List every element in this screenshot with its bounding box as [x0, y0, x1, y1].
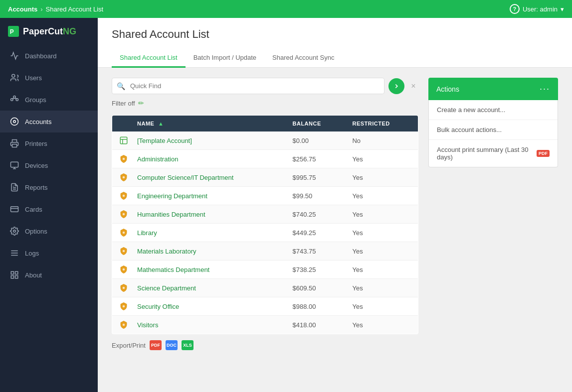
row-name[interactable]: Library	[130, 224, 286, 242]
row-name[interactable]: Visitors	[130, 316, 286, 334]
account-name-link[interactable]: Library	[137, 229, 157, 237]
user-dropdown-icon[interactable]: ▾	[561, 5, 564, 13]
sidebar-item-devices[interactable]: Devices	[0, 154, 98, 176]
table-row: Engineering Department$99.50Yes	[112, 187, 418, 205]
breadcrumb-accounts[interactable]: Accounts	[8, 5, 37, 13]
row-name[interactable]: Engineering Department	[130, 187, 286, 205]
table-row: Library$449.25Yes	[112, 224, 418, 242]
svg-point-8	[11, 118, 18, 126]
sidebar-item-about[interactable]: About	[0, 264, 98, 286]
shield-icon	[119, 228, 128, 237]
search-input[interactable]	[112, 78, 384, 94]
search-bar: 🔍 ×	[112, 78, 418, 94]
sidebar-item-groups[interactable]: Groups	[0, 89, 98, 111]
row-restricted: Yes	[345, 150, 418, 168]
sidebar-label-users: Users	[25, 74, 42, 82]
svg-point-29	[123, 158, 125, 160]
account-name-link[interactable]: Mathematics Department	[137, 266, 209, 273]
sidebar-item-cards[interactable]: Cards	[0, 198, 98, 220]
row-name[interactable]: Humanities Department	[130, 205, 286, 224]
export-row: Export/Print PDF DOC XLS	[112, 340, 418, 350]
accounts-icon	[10, 117, 19, 126]
sidebar-label-dashboard: Dashboard	[25, 52, 57, 60]
svg-rect-16	[11, 207, 18, 212]
shield-icon	[119, 210, 128, 219]
filter-edit-icon[interactable]: ✏	[138, 99, 144, 107]
tabs: Shared Account List Batch Import / Updat…	[112, 49, 558, 67]
sidebar-label-logs: Logs	[25, 250, 39, 257]
row-restricted: Yes	[345, 261, 418, 279]
row-balance: $995.75	[286, 168, 346, 187]
svg-point-33	[123, 232, 125, 234]
tab-shared-account-sync[interactable]: Shared Account Sync	[264, 49, 342, 68]
actions-more-button[interactable]: ···	[540, 84, 550, 94]
col-balance: BALANCE	[286, 116, 346, 132]
sidebar-item-options[interactable]: Options	[0, 220, 98, 242]
sidebar-item-dashboard[interactable]: Dashboard	[0, 45, 98, 67]
actions-panel: Actions ··· Create a new account... Bulk…	[428, 78, 558, 382]
actions-title: Actions	[436, 85, 459, 93]
shield-icon	[119, 320, 128, 329]
table-row: Computer Science/IT Department$995.75Yes	[112, 168, 418, 187]
sidebar-label-accounts: Accounts	[25, 118, 51, 126]
svg-rect-10	[12, 144, 17, 147]
account-name-link[interactable]: Administration	[137, 155, 178, 163]
account-name-link[interactable]: Engineering Department	[137, 192, 207, 200]
row-name[interactable]: Security Office	[130, 297, 286, 316]
sidebar-label-devices: Devices	[25, 162, 48, 169]
export-label: Export/Print	[112, 342, 146, 349]
shield-icon	[119, 191, 128, 200]
search-submit-button[interactable]	[388, 78, 404, 94]
export-doc-button[interactable]: DOC	[166, 340, 178, 350]
user-menu[interactable]: ? User: admin ▾	[510, 4, 564, 14]
account-name-link[interactable]: Humanities Department	[137, 211, 205, 218]
help-button[interactable]: ?	[510, 4, 520, 14]
action-print-summary[interactable]: Account print summary (Last 30 days) PDF	[429, 140, 558, 167]
svg-point-38	[123, 324, 125, 326]
logs-icon	[10, 249, 19, 258]
cards-icon	[10, 205, 19, 214]
breadcrumb-current: Shared Account List	[46, 5, 104, 13]
sidebar-item-reports[interactable]: Reports	[0, 176, 98, 198]
main-content-panel: 🔍 × Filter off ✏	[112, 78, 418, 382]
groups-icon	[10, 95, 19, 104]
row-balance: $743.75	[286, 242, 346, 261]
row-name[interactable]: Science Department	[130, 279, 286, 297]
sidebar-item-logs[interactable]: Logs	[0, 242, 98, 264]
table-row: Science Department$609.50Yes	[112, 279, 418, 297]
account-name-link[interactable]: Visitors	[137, 321, 158, 329]
svg-point-32	[123, 213, 125, 216]
export-xls-button[interactable]: XLS	[182, 340, 193, 350]
tab-shared-account-list[interactable]: Shared Account List	[112, 49, 186, 68]
sidebar-item-users[interactable]: Users	[0, 67, 98, 89]
sidebar-item-accounts[interactable]: Accounts	[0, 111, 98, 132]
account-name-link[interactable]: Computer Science/IT Department	[137, 174, 233, 181]
table-row: Visitors$418.00Yes	[112, 316, 418, 334]
account-name-link[interactable]: Materials Laboratory	[137, 248, 196, 255]
account-name-link[interactable]: Science Department	[137, 284, 196, 292]
action-bulk-actions[interactable]: Bulk account actions...	[429, 120, 558, 140]
tab-batch-import[interactable]: Batch Import / Update	[186, 49, 264, 68]
svg-point-31	[123, 195, 125, 197]
logo-text: PaperCutNG	[23, 26, 76, 37]
row-name[interactable]: Administration	[130, 150, 286, 168]
search-clear-button[interactable]: ×	[408, 81, 418, 91]
action-create-account[interactable]: Create a new account...	[429, 100, 558, 120]
row-name[interactable]: Mathematics Department	[130, 261, 286, 279]
col-name: NAME ▲	[130, 116, 286, 132]
row-name[interactable]: Computer Science/IT Department	[130, 168, 286, 187]
svg-rect-24	[11, 276, 13, 278]
table-row: Administration$256.75Yes	[112, 150, 418, 168]
row-name[interactable]: [Template Account]	[130, 131, 286, 150]
pdf-badge: PDF	[537, 150, 550, 157]
row-name[interactable]: Materials Laboratory	[130, 242, 286, 261]
account-name-link[interactable]: [Template Account]	[137, 137, 192, 144]
account-name-link[interactable]: Security Office	[137, 303, 179, 310]
filter-row: Filter off ✏	[112, 99, 418, 107]
row-restricted: Yes	[345, 224, 418, 242]
row-icon-cell	[112, 205, 131, 224]
export-pdf-button[interactable]: PDF	[150, 340, 162, 350]
sidebar-item-printers[interactable]: Printers	[0, 132, 98, 154]
main: Shared Account List Shared Account List …	[98, 18, 572, 392]
row-restricted: Yes	[345, 279, 418, 297]
